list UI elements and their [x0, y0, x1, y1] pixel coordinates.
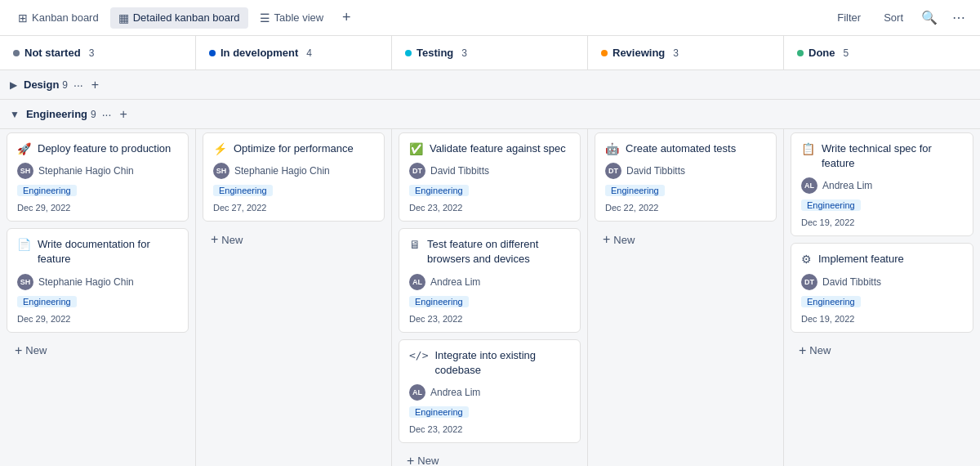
- design-toggle[interactable]: ▶: [7, 78, 20, 92]
- card-write-spec[interactable]: 📋 Write technical spec for feature AL An…: [791, 132, 973, 236]
- assignee-name-dt3: David Tibbitts: [822, 276, 881, 288]
- engineering-add-button[interactable]: +: [117, 107, 129, 122]
- assignee-name-al3: Andrea Lim: [822, 180, 872, 191]
- add-card-reviewing[interactable]: + New: [595, 228, 777, 251]
- engineering-more-button[interactable]: ···: [100, 108, 114, 121]
- kanban-icon: ⊞: [18, 11, 28, 25]
- engineering-toggle[interactable]: ▼: [7, 107, 23, 122]
- in-development-count: 4: [306, 47, 312, 59]
- nav-actions: Filter Sort 🔍 ⋯: [829, 7, 970, 29]
- done-count: 5: [844, 47, 849, 59]
- plus-icon-4: +: [603, 233, 610, 246]
- new-label-2: New: [221, 234, 243, 246]
- assignee-avatar-sh2: SH: [17, 274, 33, 290]
- card-date-4: Dec 23, 2022: [409, 203, 570, 213]
- card-implement-title: Implement feature: [818, 252, 904, 267]
- card-tag-5: Engineering: [409, 296, 469, 307]
- assignee-avatar-sh3: SH: [213, 163, 229, 179]
- tab-table-label: Table view: [274, 11, 324, 24]
- tab-kanban-board[interactable]: ⊞ Kanban board: [10, 7, 107, 29]
- card-deploy-feature[interactable]: 🚀 Deploy feature to production SH Stepha…: [7, 132, 189, 222]
- status-in-development: In development 4: [196, 36, 392, 69]
- card-deploy-title: Deploy feature to production: [38, 141, 171, 156]
- column-in-development: ⚡ Optimize for performance SH Stephanie …: [196, 129, 392, 466]
- card-test-browsers[interactable]: 🖥 Test feature on different browsers and…: [399, 228, 581, 332]
- testing-label: Testing: [416, 47, 453, 59]
- card-docs-title: Write documentation for feature: [38, 237, 178, 267]
- testing-count: 3: [461, 47, 467, 59]
- column-testing: ✅ Validate feature against spec DT David…: [392, 129, 588, 466]
- card-date-3: Dec 27, 2022: [213, 203, 374, 213]
- design-group-count: 9: [62, 79, 68, 91]
- assignee-name-al1: Andrea Lim: [430, 276, 480, 288]
- status-testing: Testing 3: [392, 36, 588, 69]
- design-add-button[interactable]: +: [89, 78, 101, 92]
- card-validate[interactable]: ✅ Validate feature against spec DT David…: [399, 132, 581, 222]
- assignee-avatar-al2: AL: [409, 384, 425, 401]
- card-date-7: Dec 22, 2022: [605, 203, 766, 213]
- assignee-avatar-al3: AL: [801, 177, 817, 194]
- assignee-name-al2: Andrea Lim: [430, 387, 480, 398]
- doc-icon: 📄: [17, 238, 31, 251]
- card-tag-2: Engineering: [17, 296, 77, 307]
- card-tag-8: Engineering: [801, 199, 861, 211]
- done-label: Done: [808, 47, 835, 59]
- card-date-6: Dec 23, 2022: [409, 424, 570, 434]
- status-reviewing: Reviewing 3: [588, 36, 784, 69]
- code-icon: </>: [409, 349, 428, 361]
- plus-icon-5: +: [799, 344, 806, 357]
- card-tag-3: Engineering: [213, 185, 273, 196]
- board-container: ▶ Design 9 ··· + ▼ Engineering 9 ··· +: [0, 70, 980, 466]
- card-write-docs[interactable]: 📄 Write documentation for feature SH Ste…: [7, 228, 189, 332]
- card-integrate[interactable]: </> Integrate into existing codebase AL …: [399, 339, 581, 443]
- add-card-not-started[interactable]: + New: [7, 339, 189, 362]
- card-integrate-title: Integrate into existing codebase: [434, 348, 570, 378]
- filter-button[interactable]: Filter: [829, 7, 869, 28]
- engineering-columns: 🚀 Deploy feature to production SH Stepha…: [0, 129, 980, 466]
- status-bar: Not started 3 In development 4 Testing 3…: [0, 36, 980, 70]
- plus-icon-1: +: [15, 344, 22, 357]
- nav-tabs-container: ⊞ Kanban board ▦ Detailed kanban board ☰…: [10, 7, 358, 29]
- detailed-kanban-icon: ▦: [118, 11, 129, 25]
- card-browsers-title: Test feature on different browsers and d…: [427, 237, 570, 267]
- lightning-icon: ⚡: [213, 142, 227, 155]
- new-label-5: New: [809, 344, 831, 356]
- assignee-avatar-dt3: DT: [801, 274, 817, 290]
- card-optimize[interactable]: ⚡ Optimize for performance SH Stephanie …: [203, 132, 385, 222]
- card-date-5: Dec 23, 2022: [409, 314, 570, 324]
- not-started-dot: [13, 50, 20, 56]
- robot-icon: 🤖: [605, 142, 619, 155]
- testing-dot: [405, 50, 412, 56]
- top-navigation: ⊞ Kanban board ▦ Detailed kanban board ☰…: [0, 0, 980, 36]
- card-implement[interactable]: ⚙ Implement feature DT David Tibbitts En…: [791, 243, 973, 332]
- in-development-label: In development: [220, 47, 298, 59]
- search-button[interactable]: 🔍: [918, 7, 941, 29]
- card-date-8: Dec 19, 2022: [801, 217, 963, 227]
- column-not-started: 🚀 Deploy feature to production SH Stepha…: [0, 129, 196, 466]
- not-started-count: 3: [89, 47, 95, 59]
- tab-detailed-kanban[interactable]: ▦ Detailed kanban board: [110, 7, 248, 29]
- tab-table-view[interactable]: ☰ Table view: [252, 7, 332, 29]
- in-development-dot: [209, 50, 216, 56]
- design-more-button[interactable]: ···: [71, 78, 86, 92]
- engineering-group-row: ▼ Engineering 9 ··· +: [0, 100, 980, 129]
- assignee-name-sh3: Stephanie Hagio Chin: [234, 165, 330, 177]
- card-optimize-title: Optimize for performance: [234, 141, 354, 156]
- card-tag-6: Engineering: [409, 406, 469, 418]
- done-dot: [797, 50, 804, 56]
- add-view-button[interactable]: +: [335, 7, 358, 29]
- rocket-icon: 🚀: [17, 142, 31, 155]
- reviewing-label: Reviewing: [612, 47, 665, 59]
- add-card-testing[interactable]: + New: [399, 450, 581, 466]
- more-options-button[interactable]: ⋯: [947, 7, 970, 29]
- reviewing-dot: [601, 50, 608, 56]
- clipboard-icon: 📋: [801, 142, 815, 155]
- assignee-avatar-al1: AL: [409, 274, 425, 290]
- tab-detailed-kanban-label: Detailed kanban board: [133, 11, 240, 24]
- tab-kanban-label: Kanban board: [32, 11, 99, 24]
- add-card-done[interactable]: + New: [791, 339, 973, 362]
- card-date-2: Dec 29, 2022: [17, 314, 178, 324]
- card-automated-tests[interactable]: 🤖 Create automated tests DT David Tibbit…: [595, 132, 777, 222]
- add-card-in-development[interactable]: + New: [203, 228, 385, 251]
- sort-button[interactable]: Sort: [875, 7, 911, 28]
